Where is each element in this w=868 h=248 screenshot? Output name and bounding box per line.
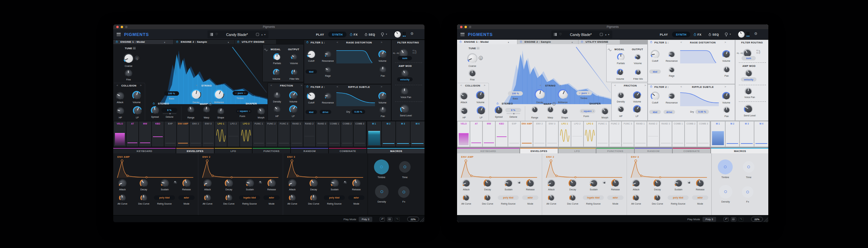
routing-mode-button[interactable]: sum <box>398 56 412 60</box>
collision-volume-knob[interactable] <box>476 91 485 100</box>
tab-engine2[interactable]: ENGINE 2 : Sample ▾ <box>174 40 234 44</box>
filter1-kbd-button[interactable]: kbd <box>305 70 317 74</box>
voice-pan-knob[interactable] <box>401 88 408 95</box>
mod-source-cell[interactable]: RAND 1 <box>634 121 646 147</box>
engine1-power-icon[interactable] <box>116 41 118 43</box>
env-att-curve-knob[interactable] <box>119 194 126 201</box>
random-preset-dice-icon[interactable] <box>600 33 603 36</box>
filter1-volume-knob[interactable] <box>722 50 730 58</box>
engine2-select-icon[interactable]: ▾ <box>572 41 573 43</box>
warp-badge[interactable]: 0 <box>209 102 212 106</box>
fx-power-icon[interactable] <box>350 34 352 36</box>
env-att-curve-knob[interactable] <box>548 194 555 201</box>
string-next-icon[interactable] <box>216 84 217 87</box>
brilliance-knob[interactable] <box>214 89 224 99</box>
filter2-resonance-knob[interactable] <box>324 93 331 99</box>
env-mode-select[interactable]: adsr <box>692 195 708 200</box>
filter1-next-icon[interactable] <box>725 41 726 44</box>
spread-knob[interactable] <box>151 106 159 114</box>
redo-button[interactable]: ↷ <box>395 217 400 222</box>
collision-attack-knob[interactable] <box>116 92 124 100</box>
density-knob[interactable] <box>617 92 624 99</box>
favorite-heart-icon[interactable]: ♡ <box>559 33 562 36</box>
friction-lp-knob[interactable] <box>289 105 297 113</box>
env-attack-knob[interactable] <box>288 179 296 187</box>
mod-source-cell[interactable]: M 1 <box>367 121 381 147</box>
friction-hp-knob[interactable] <box>274 106 280 113</box>
mod-source-cell[interactable]: EXP <box>508 121 520 147</box>
collision-prev-icon[interactable] <box>460 84 462 87</box>
mod-source-cell[interactable]: M 3 <box>396 121 410 147</box>
tab-fx[interactable]: FX <box>694 33 702 36</box>
timbre-select[interactable]: pure <box>576 91 592 95</box>
friction-next-icon[interactable] <box>645 84 646 87</box>
form-next-icon[interactable] <box>593 110 594 112</box>
env-attack-knob[interactable] <box>462 179 470 187</box>
chevron-down-icon[interactable]: ▾ <box>730 33 731 36</box>
tab-fx[interactable]: FX <box>350 33 358 36</box>
random-preset-dice-icon[interactable] <box>256 33 259 36</box>
zoom-level-button[interactable]: 22% <box>407 217 419 222</box>
shape-knob[interactable] <box>217 108 224 115</box>
mod-source-cell[interactable]: EXP <box>164 121 176 147</box>
timbre-next-icon[interactable] <box>588 92 589 94</box>
mod-source-cell[interactable]: ENV AMP <box>177 121 189 147</box>
brilliance-knob[interactable] <box>558 89 568 99</box>
spread-knob[interactable] <box>495 106 503 114</box>
stereo-power-icon[interactable] <box>153 103 155 105</box>
friction-volume-knob[interactable] <box>633 91 641 99</box>
tips-bulb-icon[interactable] <box>725 33 728 35</box>
filter1-power-icon[interactable] <box>307 41 309 43</box>
mod-source-cell[interactable]: M 1 <box>711 121 725 147</box>
collision-next-icon[interactable] <box>140 84 142 87</box>
timbre-select[interactable]: pure <box>233 91 248 95</box>
macro-knob-time[interactable] <box>743 161 754 173</box>
envelope-curve[interactable] <box>545 158 624 179</box>
tab-functions[interactable]: FUNCTIONS <box>253 148 290 153</box>
master-volume-knob[interactable] <box>394 31 401 38</box>
env-sustain-knob[interactable] <box>246 179 254 187</box>
env-vel-mini-knob[interactable] <box>343 181 347 184</box>
library-icon[interactable] <box>210 33 213 36</box>
filter-mix-knob[interactable] <box>291 69 297 75</box>
filter1-type[interactable]: RAGE DISTORTION <box>690 41 716 44</box>
morph-knob[interactable] <box>257 108 265 115</box>
tips-bulb-icon[interactable] <box>381 33 384 35</box>
env-dec-curve-knob[interactable] <box>654 194 661 201</box>
settings-gear-icon[interactable]: ⚙ <box>754 32 757 36</box>
partials-knob[interactable] <box>617 53 625 61</box>
friction-hp-knob[interactable] <box>617 106 624 113</box>
timbre-next-icon[interactable] <box>244 92 245 94</box>
form-next-icon[interactable] <box>249 110 250 112</box>
env-decay-knob[interactable] <box>653 179 662 187</box>
env-sustain-knob[interactable] <box>505 179 513 187</box>
detune-slider[interactable] <box>163 113 176 114</box>
preset-name[interactable]: Candy Blade* <box>220 33 254 37</box>
mod-source-cell[interactable]: MW <box>139 121 151 147</box>
env-vel-mini-knob[interactable] <box>687 181 691 184</box>
utility-power-icon[interactable] <box>581 41 583 43</box>
fine-knob[interactable] <box>469 70 476 77</box>
mod-source-cell[interactable]: M 4 <box>411 121 425 147</box>
mod-source-cell[interactable]: VELO <box>114 121 126 147</box>
mod-source-cell[interactable]: ENV AMP <box>521 121 533 147</box>
fine-knob[interactable] <box>125 70 132 77</box>
play-mode-select[interactable]: Poly 3 <box>703 217 716 222</box>
env-dec-curve-knob[interactable] <box>140 194 147 201</box>
env-att-curve-knob[interactable] <box>633 194 639 201</box>
mod-source-cell[interactable]: RAND 3 <box>316 121 328 147</box>
voice-pan-knob[interactable] <box>745 88 752 95</box>
utility-output-volume-knob[interactable] <box>635 54 641 60</box>
tab-keyboard[interactable]: KEYBOARD <box>113 148 176 153</box>
tab-macros[interactable]: MACROS <box>711 148 769 153</box>
favorite-heart-icon[interactable]: ♡ <box>215 33 218 36</box>
env-retrig-select[interactable]: poly kbd <box>324 195 345 200</box>
tab-synth[interactable]: SYNTH <box>328 32 347 37</box>
mod-source-cell[interactable]: KBD <box>496 121 508 147</box>
detune-slider[interactable] <box>507 113 520 114</box>
main-menu-icon[interactable] <box>460 33 465 36</box>
filter2-prev-icon[interactable] <box>680 85 682 88</box>
env-vel-mini-knob[interactable] <box>174 181 177 184</box>
env-dec-curve-knob[interactable] <box>569 194 576 201</box>
tune-menu-icon[interactable] <box>133 47 136 49</box>
